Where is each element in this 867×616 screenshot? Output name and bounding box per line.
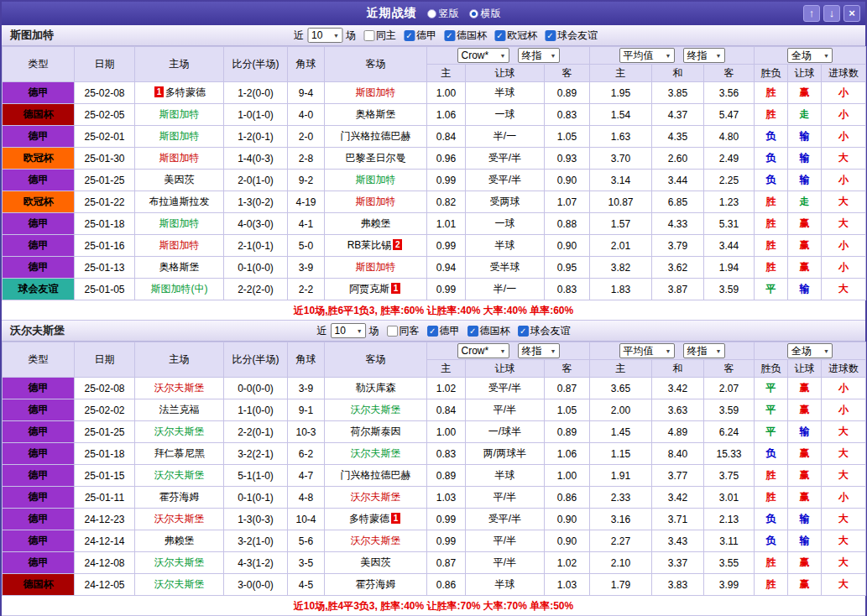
league-filter[interactable]: 德国杯	[467, 324, 510, 338]
match-row: 德甲25-02-01斯图加特1-2(0-1)2-0门兴格拉德巴赫0.84半/一1…	[3, 126, 866, 148]
goals-result-cell: 大	[822, 148, 866, 170]
match-count-select[interactable]: 10▼	[307, 28, 342, 43]
goals-result-cell: 小	[822, 104, 866, 126]
asian-home-odds-cell: 1.03	[427, 487, 466, 509]
league-checkbox[interactable]	[427, 326, 438, 337]
match-count-value: 10	[335, 325, 346, 337]
league-checkbox[interactable]	[444, 30, 455, 41]
odds-provider-select[interactable]: Crow*▼	[457, 48, 509, 63]
same-venue-checkbox[interactable]	[363, 30, 374, 41]
league-cell: 德甲	[3, 126, 75, 148]
handicap-result-cell: 输	[788, 509, 822, 530]
asian-home-odds-cell: 1.02	[427, 378, 466, 399]
result-selects: 全场▼	[755, 48, 865, 63]
handicap-cell: 受平/半	[466, 509, 545, 530]
league-checkbox[interactable]	[545, 30, 556, 41]
away-team-cell: 巴黎圣日尔曼	[325, 148, 427, 170]
corner-cell: 2-8	[288, 148, 325, 170]
average-odds-value: 平均值	[624, 344, 654, 358]
home-team-cell: 法兰克福	[135, 399, 224, 421]
chevron-down-icon: ▼	[500, 348, 506, 354]
match-row: 德国杯24-12-05沃尔夫斯堡3-0(0-0)4-5霍芬海姆0.86半球1.0…	[3, 574, 866, 596]
team-section: 沃尔夫斯堡 近10▼场同客德甲德国杯球会友谊 类型 日期 主场 比分(半场) 角…	[2, 321, 865, 616]
away-team-cell: 门兴格拉德巴赫	[325, 465, 427, 487]
match-count-select[interactable]: 10▼	[331, 323, 366, 338]
away-team-cell: 奥格斯堡	[325, 104, 427, 126]
euro-draw-odds-cell: 3.62	[652, 257, 704, 279]
league-checkbox[interactable]	[404, 30, 415, 41]
league-label: 欧冠杯	[507, 29, 537, 43]
league-checkbox[interactable]	[494, 30, 505, 41]
away-team-cell: 门兴格拉德巴赫	[325, 126, 427, 148]
same-venue-checkbox[interactable]	[387, 326, 398, 337]
euro-away-odds-cell: 3.44	[704, 235, 755, 257]
handicap-result-cell: 输	[788, 279, 822, 300]
euro-home-odds-cell: 3.65	[590, 378, 652, 399]
final-odds-select[interactable]: 终指▼	[518, 48, 560, 63]
layout-radio-horizontal[interactable]: 横版	[469, 7, 501, 21]
wdl-result-cell: 胜	[755, 574, 788, 596]
goals-result-cell: 小	[822, 235, 866, 257]
final-euro-odds-select[interactable]: 终指▼	[683, 48, 725, 63]
close-button[interactable]: ×	[843, 5, 860, 22]
asian-home-odds-cell: 0.99	[427, 530, 466, 552]
home-team-cell: 布拉迪斯拉发	[135, 191, 224, 213]
league-filter[interactable]: 德甲	[427, 324, 460, 338]
handicap-result-cell: 输	[788, 170, 822, 191]
score-cell: 0-1(0-0)	[224, 257, 288, 279]
same-venue-filter[interactable]: 同主	[363, 29, 396, 43]
euro-home-odds-cell: 1.57	[590, 213, 652, 235]
corner-cell: 9-4	[288, 82, 325, 104]
score-cell: 4-3(1-2)	[224, 552, 288, 574]
header-result-handicap: 让球	[788, 360, 822, 378]
date-cell: 25-01-18	[75, 213, 135, 235]
euro-draw-odds-cell: 3.77	[652, 465, 704, 487]
league-label: 德甲	[440, 324, 460, 338]
goals-result-cell: 大	[822, 191, 866, 213]
goals-result-cell: 大	[822, 213, 866, 235]
league-filter[interactable]: 德甲	[404, 29, 436, 43]
league-cell: 欧冠杯	[3, 148, 75, 170]
filter-bar: 近10▼场同客德甲德国杯球会友谊	[317, 323, 571, 338]
header-away: 客场	[325, 47, 427, 82]
full-match-select[interactable]: 全场▼	[787, 343, 833, 358]
layout-radio-vertical[interactable]: 竖版	[427, 7, 459, 21]
scroll-up-button[interactable]: ↑	[803, 5, 820, 22]
scroll-down-button[interactable]: ↓	[823, 5, 840, 22]
date-cell: 24-12-08	[75, 552, 135, 574]
league-filter[interactable]: 欧冠杯	[494, 29, 537, 43]
away-team-cell: 沃尔夫斯堡	[325, 487, 427, 509]
euro-home-odds-cell: 2.27	[590, 530, 652, 552]
date-cell: 24-12-23	[75, 509, 135, 530]
goals-result-cell: 小	[822, 487, 866, 509]
wdl-result-cell: 平	[755, 378, 788, 399]
team-name-text: 斯图加特(中)	[151, 283, 208, 295]
final-odds-select[interactable]: 终指▼	[518, 343, 560, 358]
league-checkbox[interactable]	[518, 326, 529, 337]
same-venue-filter[interactable]: 同客	[387, 324, 420, 338]
page-title: 近期战绩	[367, 6, 417, 21]
euro-draw-odds-cell: 3.37	[652, 552, 704, 574]
chevron-down-icon: ▼	[357, 328, 363, 334]
header-score: 比分(半场)	[224, 47, 288, 82]
filter-bar: 近10▼场同主德甲德国杯欧冠杯球会友谊	[294, 28, 598, 43]
corner-cell: 4-5	[288, 574, 325, 596]
league-checkbox[interactable]	[467, 326, 478, 337]
league-filter[interactable]: 德国杯	[444, 29, 487, 43]
league-filter[interactable]: 球会友谊	[545, 29, 598, 43]
wdl-result-cell: 胜	[755, 213, 788, 235]
date-cell: 25-01-13	[75, 257, 135, 279]
league-filter[interactable]: 球会友谊	[518, 324, 571, 338]
team-name-text: RB莱比锡	[347, 239, 392, 251]
asian-home-odds-cell: 1.00	[427, 421, 466, 443]
final-euro-odds-select[interactable]: 终指▼	[683, 343, 725, 358]
average-odds-select[interactable]: 平均值▼	[619, 48, 675, 63]
euro-away-odds-cell: 2.07	[704, 378, 755, 399]
date-cell: 25-01-15	[75, 465, 135, 487]
full-match-select[interactable]: 全场▼	[787, 48, 833, 63]
odds-provider-select[interactable]: Crow*▼	[457, 343, 509, 358]
home-team-cell: 沃尔夫斯堡	[135, 574, 224, 596]
wdl-result-cell: 平	[755, 421, 788, 443]
average-odds-select[interactable]: 平均值▼	[619, 343, 675, 358]
away-team-cell: 霍芬海姆	[325, 574, 427, 596]
